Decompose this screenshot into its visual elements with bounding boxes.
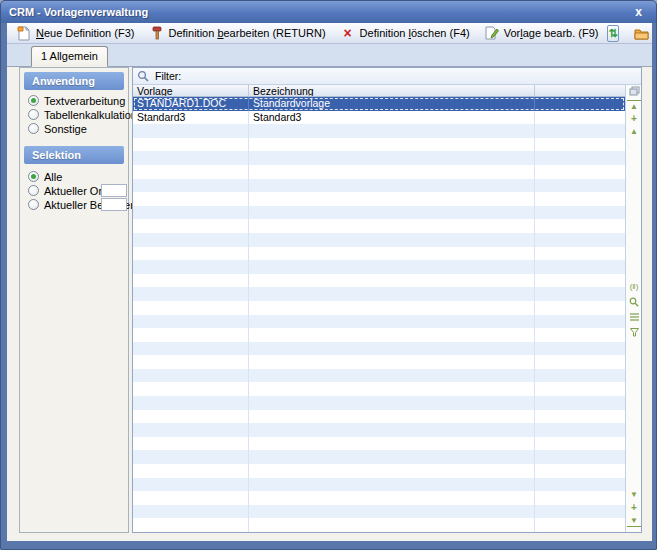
table-cell (249, 192, 535, 206)
table-row[interactable] (133, 260, 625, 274)
table-row[interactable] (133, 165, 625, 179)
table-cell (535, 478, 625, 492)
table-cell (249, 260, 535, 274)
refresh-icon: ⇅ (608, 27, 617, 40)
filter-magnifier-icon (137, 70, 149, 82)
table-row[interactable] (133, 342, 625, 356)
list-icon[interactable] (627, 311, 641, 323)
table-row[interactable] (133, 287, 625, 301)
table-row[interactable] (133, 328, 625, 342)
table-row[interactable] (133, 491, 625, 505)
table-row[interactable]: Standard3Standard3 (133, 111, 625, 125)
edit-template-label: Vorlage bearb. (F9) (504, 27, 599, 39)
table-cell (535, 491, 625, 505)
row-down-icon[interactable]: ▼ (627, 489, 641, 501)
column-header-vorlage[interactable]: Vorlage (133, 85, 249, 96)
table-cell (249, 491, 535, 505)
table-cell (133, 179, 249, 193)
table-row[interactable] (133, 247, 625, 261)
table-row[interactable] (133, 151, 625, 165)
edit-definition-button[interactable]: Definition bearbeiten (RETURN) (143, 24, 332, 42)
word-control-formats-button[interactable]: Word-Steuerformate (F6) (629, 24, 652, 42)
table-row[interactable] (133, 206, 625, 220)
table-cell (535, 328, 625, 342)
edit-template-button[interactable]: Vorlage bearb. (F9) (479, 24, 606, 42)
table-row[interactable] (133, 355, 625, 369)
filter-row[interactable]: Filter: (133, 68, 641, 85)
table-cell (535, 315, 625, 329)
table-cell (249, 437, 535, 451)
table-cell (535, 97, 625, 111)
table-cell (133, 396, 249, 410)
table-row[interactable] (133, 369, 625, 383)
column-header-bezeichnung[interactable]: Bezeichnung (249, 85, 535, 96)
table-row[interactable] (133, 301, 625, 315)
table-cell (535, 505, 625, 519)
table-row[interactable] (133, 396, 625, 410)
table-row[interactable] (133, 437, 625, 451)
table-cell (249, 247, 535, 261)
close-button[interactable]: x (629, 5, 648, 19)
new-definition-button[interactable]: Neue Definition (F3) (11, 24, 141, 42)
table-cell (535, 179, 625, 193)
table-cell (535, 287, 625, 301)
best-fit-icon[interactable]: (‖) (627, 281, 641, 293)
table-row[interactable] (133, 274, 625, 288)
aktueller-ordner-input[interactable] (101, 184, 127, 197)
table-row[interactable] (133, 410, 625, 424)
delete-definition-button[interactable]: × Definition löschen (F4) (335, 24, 477, 42)
search-icon[interactable] (627, 296, 641, 308)
nav-down-plus-icon[interactable]: + (627, 502, 641, 514)
table-cell (535, 233, 625, 247)
edit-definition-label: Definition bearbeiten (RETURN) (168, 27, 325, 39)
table-cell (249, 233, 535, 247)
table-row[interactable] (133, 518, 625, 532)
hammer-icon (148, 25, 164, 41)
table-row[interactable] (133, 423, 625, 437)
table-row[interactable] (133, 192, 625, 206)
table-cell: STANDARD1.DOC (133, 97, 249, 111)
table-row[interactable] (133, 219, 625, 233)
nav-up-plus-icon[interactable]: + (627, 113, 641, 125)
template-grid: Filter: Vorlage Bezeichnung STANDARD1.DO… (132, 67, 642, 533)
table-cell (133, 274, 249, 288)
table-cell (249, 287, 535, 301)
column-chooser-icon[interactable] (627, 85, 641, 97)
table-row[interactable] (133, 233, 625, 247)
table-row[interactable] (133, 382, 625, 396)
table-cell (535, 382, 625, 396)
scroll-to-bottom-icon[interactable]: ▼ (627, 515, 641, 527)
table-cell (249, 274, 535, 288)
table-cell (133, 423, 249, 437)
table-cell (535, 301, 625, 315)
table-cell (249, 382, 535, 396)
refresh-button[interactable]: ⇅ (607, 25, 618, 42)
table-cell (133, 219, 249, 233)
table-row[interactable] (133, 450, 625, 464)
toolbar: Neue Definition (F3) Definition bearbeit… (7, 23, 652, 44)
table-cell (535, 247, 625, 261)
window-title: CRM - Vorlagenverwaltung (9, 6, 629, 18)
table-row[interactable] (133, 138, 625, 152)
tab-allgemein[interactable]: 1 Allgemein (31, 46, 108, 67)
row-up-icon[interactable]: ▲ (627, 126, 641, 138)
radio-alle[interactable]: Alle (28, 170, 62, 183)
radio-tabellenkalkulation[interactable]: Tabellenkalkulation (28, 108, 137, 121)
radio-sonstige[interactable]: Sonstige (28, 122, 87, 135)
aktueller-bediener-input[interactable] (101, 198, 127, 211)
filter-funnel-icon[interactable] (627, 326, 641, 338)
table-row[interactable]: STANDARD1.DOCStandardvorlage (133, 97, 625, 111)
table-cell (535, 165, 625, 179)
title-bar[interactable]: CRM - Vorlagenverwaltung x (1, 1, 656, 23)
radio-textverarbeitung[interactable]: Textverarbeitung (28, 94, 125, 107)
table-row[interactable] (133, 505, 625, 519)
table-row[interactable] (133, 124, 625, 138)
scroll-to-top-icon[interactable]: ▲ (627, 100, 641, 112)
table-row[interactable] (133, 315, 625, 329)
table-cell (133, 518, 249, 532)
table-row[interactable] (133, 179, 625, 193)
column-header-extra[interactable] (535, 85, 625, 96)
table-row[interactable] (133, 464, 625, 478)
table-cell (249, 138, 535, 152)
table-row[interactable] (133, 478, 625, 492)
